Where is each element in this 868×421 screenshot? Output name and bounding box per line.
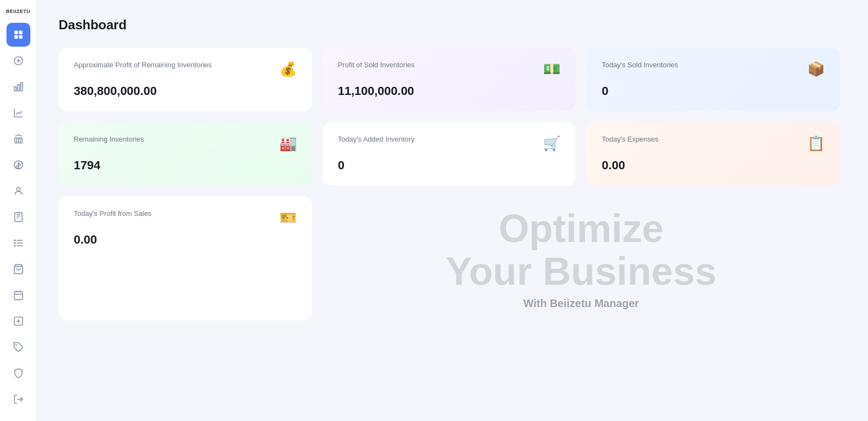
- watermark-subtitle: With Beiizetu Manager: [524, 297, 639, 310]
- sidebar-item-shield[interactable]: [7, 361, 30, 385]
- card-today-profit-sales: Today's Profit from Sales 🎫 0.00: [59, 196, 312, 321]
- card-label: Today's Sold Inventories: [602, 61, 807, 69]
- sidebar-item-calendar[interactable]: [7, 283, 30, 307]
- svg-point-30: [16, 345, 17, 346]
- card-value: 0.00: [74, 233, 297, 247]
- sidebar-item-dollar[interactable]: [7, 153, 30, 177]
- card-today-expenses: Today's Expenses 📋 0.00: [586, 122, 840, 186]
- page-title: Dashboard: [59, 17, 846, 33]
- card-label: Remaining Inventories: [74, 135, 279, 143]
- card-value: 0: [338, 158, 561, 173]
- card-icon-money-bag: 💰: [279, 61, 297, 78]
- card-value: 380,800,000.00: [74, 84, 297, 98]
- card-icon-ticket: 🎫: [279, 209, 297, 226]
- card-label: Today's Expenses: [602, 135, 807, 143]
- sidebar-item-cart[interactable]: [7, 257, 30, 281]
- svg-rect-23: [14, 291, 22, 299]
- card-icon-factory: 🏭: [279, 135, 297, 152]
- svg-rect-2: [14, 35, 18, 39]
- sidebar-item-add[interactable]: [7, 49, 30, 73]
- card-label: Approximate Profit of Remaining Inventor…: [74, 61, 279, 69]
- main-content: Dashboard Approximate Profit of Remainin…: [37, 0, 868, 421]
- svg-rect-9: [21, 83, 22, 91]
- sidebar-item-list[interactable]: [7, 231, 30, 255]
- card-header: Remaining Inventories 🏭: [74, 135, 297, 152]
- sidebar: BEIIZETU: [0, 0, 37, 421]
- card-header: Today's Expenses 📋: [602, 135, 825, 152]
- svg-rect-1: [18, 31, 22, 35]
- svg-rect-8: [17, 85, 19, 91]
- sidebar-item-user[interactable]: [7, 179, 30, 203]
- card-header: Profit of Sold Inventories 💵: [338, 61, 561, 78]
- card-today-added: Today's Added Inventory 🛒 0: [323, 122, 576, 186]
- card-remaining-inventories: Remaining Inventories 🏭 1794: [59, 122, 312, 186]
- card-profit-sold: Profit of Sold Inventories 💵 11,100,000.…: [323, 48, 576, 111]
- sidebar-item-chart[interactable]: [7, 75, 30, 99]
- svg-rect-0: [14, 31, 18, 35]
- card-icon-box: 📦: [807, 61, 825, 78]
- card-approx-profit: Approximate Profit of Remaining Inventor…: [59, 48, 312, 111]
- watermark-line1: OptimizeYour Business: [446, 207, 717, 293]
- sidebar-item-add-box[interactable]: [7, 309, 30, 333]
- card-today-sold: Today's Sold Inventories 📦 0: [586, 48, 840, 111]
- card-icon-cart: 🛒: [543, 135, 560, 152]
- svg-point-20: [14, 243, 15, 244]
- card-value: 0: [602, 84, 825, 98]
- sidebar-item-tag[interactable]: [7, 335, 30, 359]
- card-icon-clipboard: 📋: [807, 135, 825, 152]
- brand-label: BEIIZETU: [6, 9, 30, 14]
- svg-rect-3: [18, 35, 22, 39]
- sidebar-item-logout[interactable]: [7, 387, 30, 411]
- svg-point-11: [16, 187, 20, 191]
- card-header: Today's Profit from Sales 🎫: [74, 209, 297, 226]
- card-header: Today's Added Inventory 🛒: [338, 135, 561, 152]
- card-value: 11,100,000.00: [338, 84, 561, 98]
- svg-point-19: [14, 240, 15, 241]
- card-header: Today's Sold Inventories 📦: [602, 61, 825, 78]
- cards-grid: Approximate Profit of Remaining Inventor…: [59, 48, 840, 321]
- svg-rect-7: [14, 87, 16, 91]
- card-value: 1794: [74, 158, 297, 173]
- watermark: OptimizeYour Business With Beiizetu Mana…: [323, 196, 840, 321]
- card-label: Today's Profit from Sales: [74, 209, 279, 218]
- svg-point-21: [14, 245, 15, 246]
- card-value: 0.00: [602, 158, 825, 173]
- card-label: Today's Added Inventory: [338, 135, 544, 143]
- svg-rect-12: [15, 213, 22, 222]
- sidebar-item-dashboard[interactable]: [7, 23, 30, 47]
- sidebar-item-analytics[interactable]: [7, 101, 30, 125]
- sidebar-item-bank[interactable]: [7, 127, 30, 151]
- card-icon-money: 💵: [543, 61, 560, 78]
- card-header: Approximate Profit of Remaining Inventor…: [74, 61, 297, 78]
- card-label: Profit of Sold Inventories: [338, 61, 544, 69]
- sidebar-item-book[interactable]: [7, 205, 30, 229]
